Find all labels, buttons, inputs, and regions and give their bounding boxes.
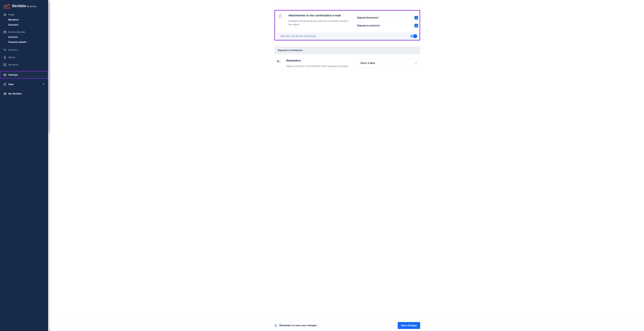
svg-rect-3 (4, 31, 6, 33)
activity-icon (3, 48, 6, 52)
nav-group-billing: PLAN & BILLING Invoices Payment details (0, 29, 48, 45)
nav-heading-team: TEAM (0, 12, 48, 17)
sidebar-item-label: My Skribble (8, 93, 22, 95)
sidebar-item-help[interactable]: Help (0, 81, 48, 88)
sidebar: Skribble Business TEAM (0, 0, 48, 331)
seal-icon (3, 56, 6, 59)
team-icon (3, 13, 6, 16)
help-icon (3, 83, 6, 86)
sidebar-item-seals[interactable]: SEALS (0, 54, 48, 61)
option-signature-protocol: Signature protocol (357, 22, 418, 30)
sidebar-nav: TEAM Members Domains (0, 12, 48, 331)
reminders-title: Reminders (286, 59, 354, 62)
nav-group-team: TEAM Members Domains (0, 12, 48, 28)
svg-point-1 (4, 14, 5, 15)
nav-heading-billing-label: PLAN & BILLING (8, 31, 25, 33)
sidebar-item-label: Domains (8, 24, 18, 26)
reply-arrow-icon (276, 59, 281, 64)
sidebar-item-label: Members (8, 19, 19, 21)
sidebar-item-label: SEALS (8, 56, 15, 59)
brand-suffix: Business (27, 5, 37, 8)
svg-rect-6 (4, 64, 6, 66)
brand-name: Skribble (12, 4, 26, 8)
toggle-knob (413, 34, 417, 38)
sidebar-item-domains[interactable]: Domains (0, 22, 48, 28)
attachments-description: Recipients will get these documents by e… (288, 19, 351, 26)
paperclip-icon (278, 14, 283, 30)
svg-point-2 (5, 14, 6, 15)
nav-heading-team-label: TEAM (8, 14, 14, 16)
sidebar-item-label: Settings (8, 74, 18, 76)
sidebar-item-label: API KEYS (8, 64, 18, 66)
members-override-row: Members can set this themselves (276, 33, 420, 40)
svg-point-12 (4, 75, 4, 75)
option-signed-document: Signed document (357, 14, 418, 22)
info-icon (274, 324, 278, 327)
sidebar-item-members[interactable]: Members (0, 17, 48, 22)
divider (0, 98, 48, 99)
sidebar-item-invoices[interactable]: Invoices (0, 35, 48, 40)
section-heading-invitations: Signature invitations (274, 47, 420, 54)
svg-point-14 (5, 75, 6, 75)
logo-mark-icon (3, 3, 10, 9)
svg-point-16 (5, 85, 5, 85)
save-changes-button[interactable]: Save changes (398, 322, 420, 329)
main-content: Attachments to the confirmation e-mail R… (48, 0, 644, 331)
settings-icon (3, 73, 6, 77)
brand-logo: Skribble Business (0, 0, 48, 10)
wallet-icon (3, 30, 6, 34)
members-override-label: Members can set this themselves (281, 35, 316, 38)
nav-heading-billing: PLAN & BILLING (0, 30, 48, 35)
chevron-right-icon (42, 83, 45, 86)
attachments-title: Attachments to the confirmation e-mail (288, 14, 354, 17)
section-attachments: Attachments to the confirmation e-mail R… (274, 10, 420, 41)
reminders-description: Signers will get an e-mail reminder if t… (286, 64, 349, 68)
sidebar-item-settings[interactable]: Settings (0, 71, 48, 79)
toggle-members-override[interactable] (410, 35, 417, 38)
sidebar-item-label: ACTIVITY (8, 49, 18, 51)
checkbox-signature-protocol[interactable] (414, 24, 418, 28)
sidebar-item-label: Help (8, 83, 14, 86)
save-note: Remember to save your changes. (280, 324, 318, 327)
sidebar-item-api-keys[interactable]: API KEYS (0, 61, 48, 69)
external-window-icon (3, 92, 6, 95)
option-label: Signature protocol (357, 24, 380, 27)
sidebar-item-my-skribble[interactable]: My Skribble (0, 90, 48, 98)
save-bar: Remember to save your changes. Save chan… (50, 320, 644, 331)
sidebar-item-activity[interactable]: ACTIVITY (0, 46, 48, 54)
reminders-frequency-select[interactable]: Every 3 days (358, 59, 420, 67)
sidebar-item-label: Payment details (8, 41, 26, 44)
sidebar-item-payment-details[interactable]: Payment details (0, 40, 48, 45)
terminal-icon (3, 63, 6, 66)
svg-point-13 (5, 75, 5, 75)
checkbox-signed-document[interactable] (414, 16, 418, 20)
option-label: Signed document (357, 16, 378, 19)
svg-point-21 (276, 325, 276, 325)
select-value: Every 3 days (360, 62, 375, 65)
chevron-down-icon (415, 62, 417, 65)
reminders-row: Reminders Signers will get an e-mail rem… (274, 59, 420, 68)
sidebar-item-label: Invoices (8, 36, 18, 39)
